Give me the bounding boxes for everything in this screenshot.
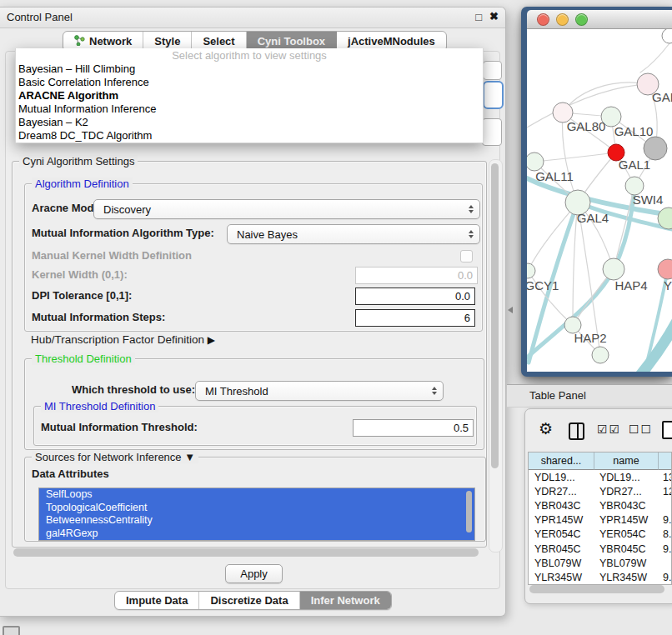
table-row[interactable]: YPR145WYPR145W9.	[529, 513, 671, 528]
kernel-width-value: 0.0	[458, 269, 473, 282]
table-row[interactable]: YBL079WYBL079W	[529, 556, 671, 570]
network-node-label: GAL1	[619, 158, 650, 172]
sources-legend[interactable]: Sources for Network Inference ▼	[32, 451, 198, 463]
network-node[interactable]	[658, 259, 672, 279]
sources-group: Sources for Network Inference ▼ Data Att…	[24, 457, 486, 542]
table-row[interactable]: YBR043CYBR043C	[529, 498, 671, 512]
table-row[interactable]: YER054CYER054C8.	[529, 528, 671, 542]
new-table-icon[interactable]	[662, 421, 672, 439]
algorithm-popup-item[interactable]: Mutual Information Inference	[16, 102, 483, 116]
close-icon[interactable]: ✖	[489, 10, 499, 22]
table-row[interactable]: YBR045CYBR045C9.	[529, 542, 671, 556]
focused-combo-fragment	[483, 81, 504, 109]
float-window-icon[interactable]: □	[475, 11, 482, 23]
data-attribute-item[interactable]: SelfLoops	[39, 488, 474, 502]
network-node[interactable]	[592, 347, 609, 363]
network-node-label: GAL80	[567, 119, 606, 133]
algorithm-popup-item[interactable]: Bayesian – K2	[16, 116, 483, 129]
data-attribute-item[interactable]: TopologicalCoefficient	[39, 502, 474, 515]
network-node[interactable]	[662, 29, 672, 43]
settings-vscroll-thumb[interactable]	[491, 163, 499, 468]
mi-steps-field[interactable]: 6	[355, 309, 475, 327]
data-attribute-item[interactable]: gal4RGexp	[39, 528, 474, 541]
network-node-label: HAP2	[574, 331, 606, 345]
list-scrollbar-thumb[interactable]	[466, 491, 472, 532]
apply-button[interactable]: Apply	[225, 564, 283, 583]
panel-resize-handle[interactable]	[508, 307, 513, 313]
which-threshold-combo[interactable]: MI Threshold	[195, 381, 444, 401]
tab-infer-network[interactable]: Infer Network	[300, 592, 391, 609]
network-node-label: GAL4	[577, 211, 609, 225]
hub-definition-toggle[interactable]: Hub/Transcription Factor Definition ▶	[31, 333, 215, 346]
stepper-arrows-icon	[432, 387, 437, 395]
aracne-mode-combo[interactable]: Discovery	[93, 199, 480, 219]
kernel-width-field: 0.0	[355, 267, 478, 284]
manual-kernel-checkbox[interactable]	[460, 250, 473, 262]
settings-hscroll-thumb[interactable]	[13, 548, 479, 557]
table-cell: 13	[657, 470, 672, 484]
table-cell: YBL079W	[594, 556, 657, 570]
table-column-header[interactable]: A	[659, 452, 672, 470]
deselect-all-checkboxes-icon[interactable]: ☐☐	[629, 422, 653, 436]
column-layout-icon[interactable]	[569, 422, 584, 440]
mi-threshold-label: Mutual Information Threshold:	[41, 418, 198, 436]
mi-type-label: Mutual Information Algorithm Type:	[32, 224, 214, 242]
algorithm-popup-item[interactable]: ARACNE Algorithm	[16, 89, 483, 102]
network-node-label: GAL11	[535, 169, 574, 183]
which-threshold-label: Which threshold to use:	[72, 381, 195, 399]
network-node[interactable]	[603, 258, 624, 280]
network-node-label: Y	[664, 278, 672, 292]
table-row[interactable]: YDL19...YDL19...13	[529, 470, 671, 484]
table-horizontal-scrollbar[interactable]	[529, 584, 669, 594]
select-all-checkboxes-icon[interactable]: ☑☑	[597, 422, 621, 436]
network-node[interactable]	[527, 152, 544, 171]
table-column-header[interactable]: name	[594, 452, 659, 470]
tab-impute-data[interactable]: Impute Data	[115, 592, 199, 609]
mi-threshold-field[interactable]: 0.5	[353, 419, 474, 437]
dpi-tolerance-label: DPI Tolerance [0,1]:	[32, 287, 132, 304]
settings-horizontal-scrollbar[interactable]	[12, 548, 487, 558]
table-cell: YBR045C	[529, 542, 594, 556]
mi-type-combo[interactable]: Naive Bayes	[227, 224, 480, 244]
table-hscroll-thumb[interactable]	[529, 585, 664, 593]
tab-label: jActiveMNodules	[348, 35, 435, 48]
corner-widget-icon[interactable]	[3, 626, 20, 635]
close-traffic-light-icon[interactable]	[537, 13, 549, 26]
gear-icon[interactable]: ⚙	[539, 419, 553, 438]
network-node-label: GCY1	[527, 278, 559, 292]
table-row[interactable]: YLR345WYLR345W9.	[529, 570, 671, 584]
network-canvas[interactable]: GALGAL80GAL10GAL1GAL11SWI4GAL4GCY1HAP4YH…	[527, 29, 672, 372]
kernel-width-label: Kernel Width (0,1):	[32, 266, 128, 283]
algorithm-popup-item[interactable]: Dream8 DC_TDC Algorithm	[16, 129, 483, 142]
dpi-tolerance-field[interactable]: 0.0	[355, 288, 475, 305]
expanded-arrow-icon: ▼	[184, 451, 195, 463]
stepper-arrows-icon	[469, 230, 474, 238]
data-attributes-items: SelfLoopsTopologicalCoefficientBetweenne…	[39, 488, 474, 540]
table-cell: YBR045C	[594, 542, 657, 556]
tab-discretize-data[interactable]: Discretize Data	[199, 592, 299, 609]
table-cell: YLR345W	[594, 570, 657, 584]
sources-legend-label: Sources for Network Inference	[35, 451, 182, 463]
network-node-labels: GALGAL80GAL10GAL1GAL11SWI4GAL4GCY1HAP4YH…	[527, 90, 672, 345]
which-threshold-value: MI Threshold	[205, 385, 268, 398]
algorithm-popup-item[interactable]: Basic Correlation Inference	[16, 76, 483, 89]
collapsed-arrow-icon: ▶	[208, 334, 215, 346]
cyni-bottom-tabbar: Impute DataDiscretize DataInfer Network	[114, 591, 392, 610]
table-body: YDL19...YDL19...13YDR27...YDR27...12YBR0…	[529, 470, 671, 585]
minimize-traffic-light-icon[interactable]	[556, 13, 569, 26]
tab-label: Network	[89, 35, 132, 48]
data-attribute-item[interactable]: BetweennessCentrality	[39, 514, 474, 528]
table-cell: YPR145W	[529, 513, 594, 528]
zoom-traffic-light-icon[interactable]	[575, 13, 588, 26]
table-column-header[interactable]: shared...	[529, 452, 594, 470]
cyni-algorithm-settings-group: Cyni Algorithm Settings Algorithm Defini…	[12, 161, 487, 548]
network-node[interactable]	[644, 137, 667, 160]
network-node[interactable]	[527, 263, 535, 278]
table-row[interactable]: YDR27...YDR27...12	[529, 484, 671, 498]
algorithm-popup-item[interactable]: Bayesian – Hill Climbing	[16, 62, 483, 76]
mi-steps-value: 6	[464, 312, 470, 324]
mi-type-value: Naive Bayes	[237, 228, 298, 241]
mi-threshold-legend: MI Threshold Definition	[41, 400, 158, 412]
table-panel-body: ⚙ ☑☑ ☐☐ shared...nameA YDL19...YDL19...1…	[524, 408, 672, 604]
settings-vertical-scrollbar[interactable]	[489, 159, 503, 552]
